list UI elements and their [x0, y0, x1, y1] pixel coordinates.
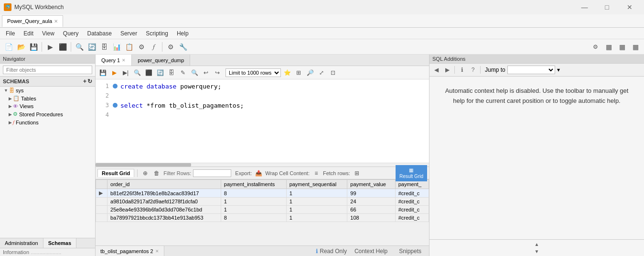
layout-btn-2[interactable]: ▦ [616, 41, 628, 53]
column-button[interactable]: 📋 [123, 41, 135, 53]
toggle-button[interactable]: 🔄 [155, 67, 165, 78]
zoom-button[interactable]: 🔎 [305, 67, 315, 78]
fullscreen-button[interactable]: ⤢ [316, 67, 327, 78]
redo-button[interactable]: ↪ [212, 67, 223, 78]
menu-view[interactable]: View [38, 29, 58, 38]
menu-file[interactable]: File [2, 29, 19, 38]
gear-icon[interactable]: ⚙ [590, 41, 601, 53]
sa-prev-button[interactable]: ◀ [431, 65, 441, 75]
export-button[interactable]: 📤 [254, 168, 263, 178]
menu-database[interactable]: Database [84, 29, 116, 38]
bottom-tab-bar: tb_olist_pagamentos 2 ✕ ℹ Read Only Cont… [96, 245, 429, 256]
col-payment-value[interactable]: payment_value [347, 180, 395, 189]
table-row[interactable]: a9810da82917af2d9aefd1278f1dcfa0 1 1 24 … [96, 198, 429, 206]
filter-input[interactable] [193, 169, 231, 177]
menu-query[interactable]: Query [59, 29, 83, 38]
open-button[interactable]: 📂 [15, 41, 27, 53]
menu-help[interactable]: Help [173, 29, 193, 38]
jump-to-select[interactable] [507, 66, 555, 74]
limit-select-dropdown[interactable]: Limit to 1000 rows [225, 68, 281, 77]
tree-item-tables[interactable]: ▶ 📋 Tables [0, 94, 95, 102]
proc-button[interactable]: ⚙ [136, 41, 147, 53]
tree-item-functions[interactable]: ▶ 𝑓 Functions [0, 118, 95, 126]
menu-edit[interactable]: Edit [20, 29, 37, 38]
result-table[interactable]: order_id payment_installments payment_se… [96, 179, 429, 245]
menu-scripting[interactable]: Scripting [142, 29, 172, 38]
table-row[interactable]: ba78997921bbcdc1373bb41e913ab953 8 1 108… [96, 214, 429, 222]
refresh-button[interactable]: 🔄 [86, 41, 97, 53]
minimize-button[interactable]: — [574, 0, 595, 14]
sa-next-button[interactable]: ▶ [442, 65, 452, 75]
format-button[interactable]: ✎ [178, 67, 188, 78]
col-order-id[interactable]: order_id [107, 180, 221, 189]
cell-order-id: 25e8ea4e93396b6fa0d3dd708e76c1bd [107, 206, 221, 214]
table-button[interactable]: 📊 [111, 41, 122, 53]
wrap-button[interactable]: ≡ [311, 168, 321, 178]
close-button[interactable]: ✕ [619, 0, 640, 14]
table-row[interactable]: 25e8ea4e93396b6fa0d3dd708e76c1bd 1 1 66 … [96, 206, 429, 214]
stop-query-button[interactable]: ⬛ [143, 67, 154, 78]
tree-item-sys[interactable]: ▼ 🗄 sys [0, 87, 95, 94]
tree-item-stored-procedures[interactable]: ▶ ⚙ Stored Procedures [0, 110, 95, 118]
table-row[interactable]: ▶ b81ef226f3fe1789b1e8b2acac839d17 8 1 9… [96, 189, 429, 198]
manage-button[interactable]: 🔧 [177, 41, 189, 53]
nav-tab-schemas[interactable]: Schemas [43, 238, 76, 248]
maximize-button[interactable]: □ [596, 0, 618, 14]
result-add-row-button[interactable]: ⊕ [140, 168, 150, 178]
bookmark-button[interactable]: ⭐ [282, 67, 292, 78]
menu-server[interactable]: Server [117, 29, 141, 38]
editor-scrollbar-thumb[interactable] [96, 163, 191, 167]
result-grid-tab[interactable]: Result Grid [97, 169, 134, 177]
tree-item-views[interactable]: ▶ 👁 Views [0, 102, 95, 110]
tab-close-icon[interactable]: ✕ [54, 19, 58, 24]
breakpoint-dot-3[interactable] [113, 103, 118, 108]
schemas-add-icon[interactable]: + [83, 78, 86, 85]
save-query-button[interactable]: 💾 [97, 67, 108, 78]
schemas-refresh-icon[interactable]: ↻ [87, 78, 92, 85]
settings-button[interactable]: ⚙ [165, 41, 176, 53]
more-button[interactable]: ⊡ [328, 67, 338, 78]
sa-info-button[interactable]: ℹ [457, 65, 467, 75]
search-input[interactable] [3, 66, 92, 74]
sa-help-button[interactable]: ? [468, 65, 478, 75]
undo-button[interactable]: ↩ [201, 67, 211, 78]
col-payment-installments[interactable]: payment_installments [221, 180, 286, 189]
fetch-button[interactable]: ⊞ [352, 168, 362, 178]
editor-scrollbar[interactable] [96, 163, 429, 167]
sa-scroll-down[interactable]: ▼ [535, 249, 539, 254]
func-button[interactable]: 𝑓 [148, 41, 160, 53]
explain-button[interactable]: 🔍 [132, 67, 142, 78]
nav-info: Information ..................... [0, 248, 95, 256]
db-select-button[interactable]: 🗄 [166, 67, 177, 78]
new-query-button[interactable]: 📄 [3, 41, 14, 53]
column-prefs-button[interactable]: ⊞ [293, 67, 304, 78]
layout-btn-3[interactable]: ▦ [630, 41, 641, 53]
snippets-button[interactable]: Snippets [395, 247, 425, 256]
query-tab-dump[interactable]: power_query_dump [132, 55, 190, 66]
schema-button[interactable]: 🗄 [98, 41, 110, 53]
execute-selection-button[interactable]: ▶| [120, 67, 131, 78]
wrap-label: Wrap Cell Content: [265, 170, 310, 176]
query-editor[interactable]: 1 create database powerquery; 2 3 select… [96, 79, 429, 163]
nav-tab-administration[interactable]: Administration [0, 238, 43, 248]
layout-btn-1[interactable]: ▦ [603, 41, 614, 53]
bottom-tab-close-icon[interactable]: ✕ [155, 249, 159, 254]
save-button[interactable]: 💾 [28, 41, 39, 53]
sa-scroll-up[interactable]: ▲ [535, 242, 539, 247]
query-tab-1[interactable]: Query 1 ✕ [96, 55, 132, 66]
result-grid-side-button[interactable]: ▦ Result Grid [396, 165, 427, 181]
stop-button[interactable]: ⬛ [57, 41, 68, 53]
inspect-button[interactable]: 🔍 [74, 41, 85, 53]
execute-button[interactable]: ▶ [44, 41, 56, 53]
find-button[interactable]: 🔍 [189, 67, 200, 78]
result-delete-row-button[interactable]: 🗑 [152, 168, 161, 178]
query-tab-1-close-icon[interactable]: ✕ [122, 58, 126, 63]
context-help-button[interactable]: Context Help [351, 247, 391, 256]
limit-selector[interactable]: Limit to 1000 rows [225, 68, 281, 77]
breakpoint-dot-1[interactable] [113, 84, 118, 89]
execute-query-button[interactable]: ▶ [109, 67, 119, 78]
app-tab-power-query[interactable]: Power_Query_aula ✕ [2, 15, 63, 27]
col-payment-sequential[interactable]: payment_sequential [286, 180, 347, 189]
code-line-1: 1 create database powerquery; [97, 81, 427, 91]
bottom-query-tab[interactable]: tb_olist_pagamentos 2 ✕ [96, 246, 164, 256]
